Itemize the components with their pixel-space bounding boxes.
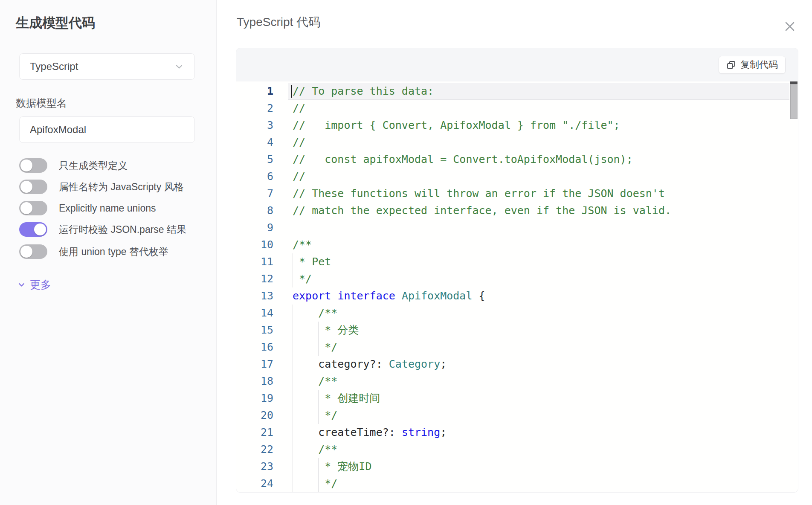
code-line: 9: [236, 219, 798, 236]
line-number: 15: [236, 322, 273, 339]
line-number: 5: [236, 151, 273, 168]
code-line-content: /**: [288, 373, 789, 390]
toggle-switch[interactable]: [19, 222, 47, 237]
code-line: 4//: [236, 134, 798, 151]
options-sidebar: 生成模型代码 TypeScript 数据模型名 只生成类型定义属性名转为 Jav…: [0, 0, 217, 505]
code-line: 14 /**: [236, 305, 798, 322]
toggle-label: 使用 union type 替代枚举: [59, 245, 168, 258]
toggle-knob: [20, 160, 32, 171]
code-line-content: //: [288, 168, 789, 185]
indent-guide: [293, 305, 293, 322]
code-line-content: export interface ApifoxModal {: [288, 287, 789, 305]
code-line-content: //: [288, 134, 789, 151]
code-line-content: // const apifoxModal = Convert.toApifoxM…: [288, 151, 789, 168]
code-line-content: * 分类: [288, 322, 789, 339]
code-line-content: /**: [288, 441, 789, 458]
indent-guide: [293, 339, 293, 356]
copy-icon: [726, 60, 736, 70]
sidebar-divider: [19, 268, 198, 268]
code-line-content: // These functions will throw an error i…: [288, 185, 789, 202]
chevron-down-icon: [17, 281, 26, 289]
code-line: 24 */: [236, 475, 798, 492]
code-line-content: createTime?: string;: [288, 424, 789, 441]
toggle-switch[interactable]: [19, 158, 47, 173]
code-block-header: 复制代码: [236, 48, 798, 81]
line-number: 7: [236, 185, 273, 202]
line-number: 9: [236, 219, 273, 236]
code-editor[interactable]: 1// To parse this data:2//3// import { C…: [236, 81, 798, 492]
indent-guide: [318, 407, 319, 424]
indent-guide: [293, 270, 293, 287]
code-block: 复制代码 1// To parse this data:2//3// impor…: [236, 48, 798, 493]
code-line-content: [288, 219, 789, 236]
indent-guide: [318, 390, 319, 407]
line-number: 21: [236, 424, 273, 441]
text-cursor: [291, 85, 292, 98]
indent-guide: [293, 441, 293, 458]
line-number: 19: [236, 390, 273, 407]
line-number: 4: [236, 134, 273, 151]
indent-guide: [293, 475, 293, 492]
line-number: 24: [236, 475, 273, 492]
toggle-row: 只生成类型定义: [19, 158, 128, 173]
code-line: 17 category?: Category;: [236, 356, 798, 373]
indent-guide: [293, 458, 293, 475]
code-line: 11 * Pet: [236, 253, 798, 270]
language-select-value: TypeScript: [30, 61, 174, 73]
vertical-scrollbar[interactable]: [790, 81, 798, 492]
toggle-switch[interactable]: [19, 201, 47, 215]
code-line: 15 * 分类: [236, 322, 798, 339]
toggle-row: 属性名转为 JavaScripty 风格: [19, 180, 184, 194]
toggle-switch[interactable]: [19, 244, 47, 259]
toggle-switch[interactable]: [19, 180, 47, 194]
code-line: 2//: [236, 100, 798, 117]
indent-guide: [318, 339, 319, 356]
code-line-content: category?: Category;: [288, 356, 789, 373]
code-line-content: // To parse this data:: [288, 83, 789, 100]
copy-code-button[interactable]: 复制代码: [719, 56, 786, 74]
toggle-label: 运行时校验 JSON.parse 结果: [59, 223, 186, 236]
toggle-label: Explicitly name unions: [59, 203, 156, 214]
code-line: 3// import { Convert, ApifoxModal } from…: [236, 117, 798, 134]
indent-guide: [293, 322, 293, 339]
toggle-knob: [20, 181, 32, 193]
code-line: 12 */: [236, 270, 798, 287]
line-number: 3: [236, 117, 273, 134]
toggle-label: 只生成类型定义: [59, 159, 128, 172]
toggle-label: 属性名转为 JavaScripty 风格: [59, 180, 184, 194]
line-number: 14: [236, 305, 273, 322]
code-line: 6//: [236, 168, 798, 185]
code-line: 5// const apifoxModal = Convert.toApifox…: [236, 151, 798, 168]
indent-guide: [293, 390, 293, 407]
code-line: 1// To parse this data:: [236, 83, 798, 100]
code-line-content: // import { Convert, ApifoxModal } from …: [288, 117, 789, 134]
language-select[interactable]: TypeScript: [19, 53, 195, 80]
code-line-content: * 宠物ID: [288, 458, 789, 475]
code-line: 18 /**: [236, 373, 798, 390]
close-icon: [783, 20, 796, 33]
code-lines: 1// To parse this data:2//3// import { C…: [236, 83, 798, 492]
line-number: 17: [236, 356, 273, 373]
code-line-content: */: [288, 339, 789, 356]
line-number: 16: [236, 339, 273, 356]
toggle-row: 使用 union type 替代枚举: [19, 244, 168, 259]
close-button[interactable]: [781, 18, 798, 35]
code-line: 22 /**: [236, 441, 798, 458]
code-line: 8// match the expected interface, even i…: [236, 202, 798, 219]
line-number: 20: [236, 407, 273, 424]
line-number: 2: [236, 100, 273, 117]
copy-button-label: 复制代码: [740, 58, 778, 71]
more-link-label: 更多: [30, 278, 51, 292]
chevron-down-icon: [174, 61, 184, 72]
indent-guide: [293, 356, 293, 373]
line-number: 18: [236, 373, 273, 390]
code-line: 16 */: [236, 339, 798, 356]
scrollbar-thumb[interactable]: [790, 84, 798, 119]
more-link[interactable]: 更多: [17, 278, 51, 292]
model-name-input[interactable]: [19, 116, 195, 143]
line-number: 10: [236, 236, 273, 253]
indent-guide: [318, 475, 319, 492]
code-line-content: * 创建时间: [288, 390, 789, 407]
line-number: 13: [236, 287, 273, 305]
line-number: 23: [236, 458, 273, 475]
